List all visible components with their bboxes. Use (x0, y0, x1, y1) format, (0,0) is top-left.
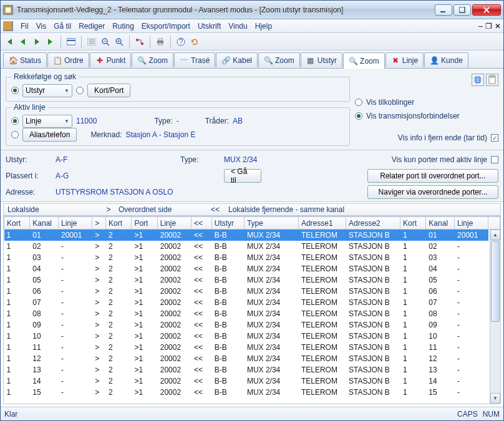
aktiv-linje-check[interactable] (491, 156, 498, 163)
zoom-in-icon[interactable] (113, 36, 125, 48)
mdi-minimize-button[interactable]: – (478, 22, 483, 31)
menu-vindu[interactable]: Vindu (225, 21, 251, 32)
col-header[interactable]: Kort (106, 217, 132, 230)
tab-icon: 🔍 (349, 57, 357, 65)
sort-kortport-button[interactable]: Kort/Port (87, 84, 130, 97)
nav-first-icon[interactable] (3, 36, 16, 48)
tool-connect-icon[interactable] (133, 36, 146, 48)
tab-linje-9[interactable]: ✖Linje (385, 52, 424, 67)
sort-kortport-radio[interactable] (76, 87, 84, 94)
table-row[interactable]: 113->2>120002<<B-BMUX 2/34TELEROMSTASJON… (4, 364, 500, 375)
col-header[interactable]: Adresse1 (298, 217, 346, 230)
menu-vis[interactable]: Vis (32, 21, 50, 32)
alias-button[interactable]: Alias/telefon (22, 128, 77, 142)
trader-value: AB (233, 117, 243, 125)
sort-utstyr-radio[interactable] (11, 87, 19, 94)
tool-card-icon[interactable] (65, 36, 77, 48)
ga-til-button[interactable]: < Gå til (224, 169, 261, 183)
tab-icon: ✚ (95, 56, 104, 65)
menu-rediger[interactable]: Rediger (75, 21, 109, 32)
vertical-scrollbar[interactable]: ▲ ▼ (490, 230, 500, 404)
table-row[interactable]: 111->2>120002<<B-BMUX 2/34TELEROMSTASJON… (4, 342, 500, 353)
menu-eksportimport[interactable]: Eksport/Import (138, 21, 194, 32)
print-icon[interactable] (154, 36, 167, 48)
linje-dropdown[interactable]: Linje▼ (22, 115, 72, 128)
data-table[interactable]: KortKanalLinje>KortPortLinje<<UtstyrType… (4, 216, 500, 398)
scroll-up-button[interactable]: ▲ (490, 230, 500, 240)
info-type-value: MUX 2/34 (224, 155, 299, 164)
menu-ruting[interactable]: Ruting (109, 21, 138, 32)
table-row[interactable]: 114->2>120002<<B-BMUX 2/34TELEROMSTASJON… (4, 375, 500, 387)
globe-icon[interactable] (472, 74, 484, 86)
data-table-container: KortKanalLinje>KortPortLinje<<UtstyrType… (3, 216, 501, 404)
menu-hjelp[interactable]: Hjelp (251, 21, 276, 32)
relater-port-button[interactable]: Relater port til overordnet port... (367, 169, 498, 183)
nav-last-icon[interactable] (44, 36, 57, 48)
vis-transmisjons-radio[interactable] (355, 112, 362, 120)
table-row[interactable]: 107->2>120002<<B-BMUX 2/34TELEROMSTASJON… (4, 297, 500, 308)
table-row[interactable]: 112->2>120002<<B-BMUX 2/34TELEROMSTASJON… (4, 353, 500, 364)
titlebar[interactable]: Transmisjonsnett-Vedlegg_2 - Telemator g… (1, 1, 503, 19)
zoom-out-icon[interactable] (99, 36, 112, 48)
menu-fil[interactable]: Fil (17, 21, 32, 32)
col-header[interactable]: Adresse2 (346, 217, 400, 230)
vis-info-check[interactable]: ✓ (491, 134, 498, 142)
vis-koblinger-radio[interactable] (355, 99, 362, 106)
scroll-thumb[interactable] (491, 241, 500, 322)
table-row[interactable]: 106->2>120002<<B-BMUX 2/34TELEROMSTASJON… (4, 286, 500, 297)
table-row[interactable]: 103->2>120002<<B-BMUX 2/34TELEROMSTASJON… (4, 252, 500, 263)
group-overordnet: Overordnet side (115, 204, 206, 215)
menu-gtil[interactable]: Gå til (50, 21, 75, 32)
table-row[interactable]: 104->2>120002<<B-BMUX 2/34TELEROMSTASJON… (4, 263, 500, 274)
table-row[interactable]: 102->2>120002<<B-BMUX 2/34TELEROMSTASJON… (4, 241, 500, 252)
merknad-value: Stasjon A - Stasjon E (125, 130, 195, 139)
table-row[interactable]: 108->2>120002<<B-BMUX 2/34TELEROMSTASJON… (4, 308, 500, 319)
col-header[interactable]: Linje (157, 217, 191, 230)
table-row[interactable]: 110->2>120002<<B-BMUX 2/34TELEROMSTASJON… (4, 331, 500, 342)
mdi-close-button[interactable]: ✕ (495, 22, 501, 31)
col-header[interactable]: Kanal (30, 217, 59, 230)
tab-status-0[interactable]: 🏠Status (3, 52, 47, 67)
tab-punkt-2[interactable]: ✚Punkt (90, 52, 132, 67)
mdi-restore-button[interactable]: ❐ (485, 22, 492, 31)
nav-prev-icon[interactable] (17, 36, 29, 48)
tab-zoom-8[interactable]: 🔍Zoom (343, 52, 385, 69)
tab-zoom-3[interactable]: 🔍Zoom (132, 52, 173, 67)
col-header[interactable]: > (92, 217, 106, 230)
svg-rect-5 (67, 39, 75, 45)
nav-next-icon[interactable] (31, 36, 43, 48)
menu-utskrift[interactable]: Utskrift (194, 21, 225, 32)
col-header[interactable]: Port (132, 217, 157, 230)
minimize-button[interactable] (435, 4, 452, 16)
scroll-down-button[interactable]: ▼ (490, 393, 500, 404)
refresh-icon[interactable] (188, 36, 201, 48)
tab-zoom-6[interactable]: 🔍Zoom (258, 52, 300, 67)
col-header[interactable]: Kort (4, 217, 30, 230)
tool-list-icon[interactable] (85, 36, 98, 48)
tab-utstyr-7[interactable]: ▦Utstyr (301, 52, 342, 67)
tab-kunde-10[interactable]: 👤Kunde (424, 52, 468, 67)
linje-radio[interactable] (11, 117, 19, 125)
tab-kabel-5[interactable]: 🔗Kabel (216, 52, 258, 67)
col-header[interactable]: Utstyr (211, 217, 244, 230)
svg-rect-6 (67, 40, 75, 41)
help-icon[interactable]: ? (175, 36, 187, 48)
col-header[interactable]: Kort (400, 217, 426, 230)
table-row[interactable]: 105->2>120002<<B-BMUX 2/34TELEROMSTASJON… (4, 274, 500, 286)
alias-radio[interactable] (11, 131, 19, 138)
naviger-port-button[interactable]: Naviger via overordnede porter... (367, 185, 498, 199)
table-row[interactable]: 109->2>120002<<B-BMUX 2/34TELEROMSTASJON… (4, 319, 500, 331)
tab-tras-4[interactable]: 〰Trasé (174, 52, 215, 67)
col-header[interactable]: Kanal (426, 217, 455, 230)
col-header[interactable]: Linje (455, 217, 488, 230)
sort-utstyr-dropdown[interactable]: Utstyr▼ (22, 84, 72, 97)
table-row[interactable]: 10120001>2>120002<<B-BMUX 2/34TELEROMSTA… (4, 230, 500, 241)
col-header[interactable]: Type (244, 217, 298, 230)
tab-ordre-1[interactable]: 📋Ordre (47, 52, 89, 67)
col-header[interactable]: Linje (58, 217, 92, 230)
close-button[interactable] (472, 4, 501, 16)
maximize-button[interactable] (453, 4, 471, 16)
table-row[interactable]: 115->2>120002<<B-BMUX 2/34TELEROMSTASJON… (4, 387, 500, 398)
clipboard-icon[interactable] (486, 74, 498, 86)
col-header[interactable]: << (191, 217, 212, 230)
